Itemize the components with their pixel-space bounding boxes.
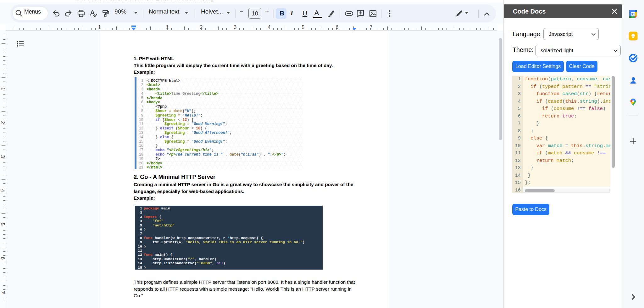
svg-text:31: 31: [631, 12, 635, 16]
